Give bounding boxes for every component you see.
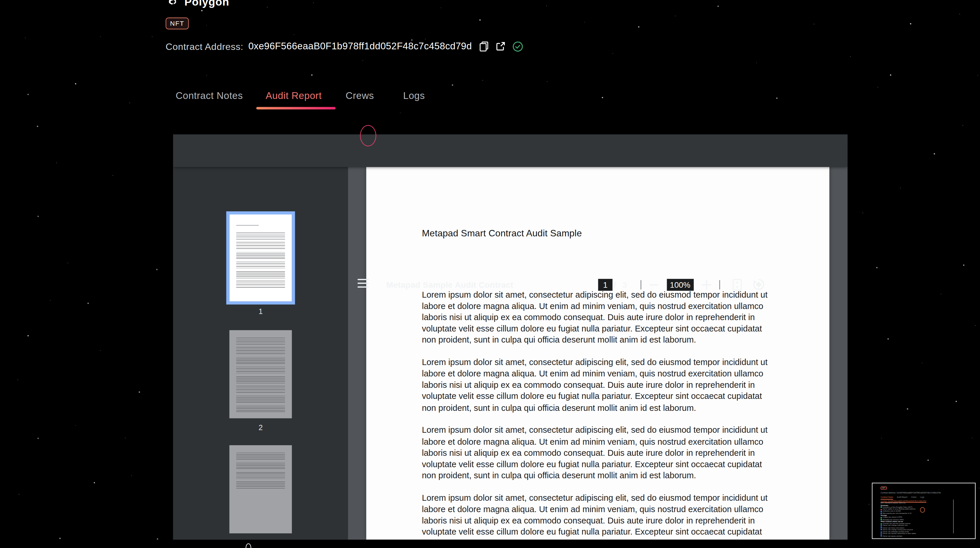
document-page: Metapad Smart Contract Audit Sample Lore…: [366, 167, 829, 540]
star: [718, 6, 718, 6]
minimap-tab: Contract Notes: [881, 496, 893, 499]
paragraph: Lorem ipsum dolor sit amet, consectetur …: [422, 289, 767, 346]
annotation-circle-pink: [360, 124, 376, 146]
contract-address-label: Contract Address:: [165, 41, 243, 51]
zoom-in-icon[interactable]: [702, 280, 711, 289]
thumbnail-page-2[interactable]: [229, 330, 292, 418]
star: [246, 543, 251, 548]
minimap-tab: Logs: [920, 496, 924, 499]
page-number-input[interactable]: 1: [598, 279, 612, 291]
star: [814, 24, 815, 24]
thumbnail-page-3[interactable]: [229, 445, 292, 533]
pdf-toolbar: [173, 134, 848, 167]
minimap-bullet: [881, 529, 882, 530]
minimap-row: Owner can transfer ownership to other wa…: [881, 533, 926, 535]
copy-icon[interactable]: [479, 41, 489, 51]
active-tab-underline: [256, 107, 336, 109]
star: [956, 401, 957, 402]
toolbar-divider: [719, 280, 720, 289]
star: [311, 75, 312, 75]
star: [56, 162, 57, 163]
tab-audit-report[interactable]: Audit Report: [266, 90, 346, 102]
star: [963, 125, 963, 126]
document-body: Lorem ipsum dolor sit amet, consectetur …: [422, 289, 767, 540]
zoom-out-icon[interactable]: [649, 284, 658, 285]
minimap-row: Owner can freely mint tokens: [881, 527, 926, 529]
star: [152, 36, 153, 37]
star: [900, 188, 900, 188]
minimap-row: Owner can change collection size: [881, 525, 926, 527]
external-link-icon[interactable]: [496, 41, 506, 51]
minimap-row: Owner can pause contract: [881, 535, 926, 537]
minimap-tabs: Contract NotesAudit ReportCrewsLogs: [881, 496, 924, 499]
star: [963, 264, 964, 265]
tab-crews[interactable]: Crews: [346, 90, 403, 102]
star: [756, 62, 757, 63]
minimap-bullet: [881, 513, 882, 514]
minimap-bullet: [881, 507, 882, 508]
tab-logs[interactable]: Logs: [403, 90, 441, 102]
contract-address-actions: [479, 41, 523, 51]
star: [129, 102, 130, 103]
minimap-bullet: [881, 531, 882, 532]
contract-address-row: Contract Address: 0xe96F566eaaB0F1b978ff…: [165, 40, 523, 53]
star: [206, 75, 207, 76]
star: [907, 408, 908, 409]
star: [972, 438, 972, 438]
star: [547, 81, 547, 82]
page-total: 3: [622, 280, 627, 289]
star: [934, 153, 934, 154]
tab-bar: Contract Notes Audit Report Crews Logs: [176, 90, 441, 102]
star: [638, 26, 639, 27]
toolbar-divider: [641, 280, 641, 289]
minimap-bullet: [881, 517, 882, 518]
document-area[interactable]: Metapad Smart Contract Audit Sample Lore…: [348, 167, 848, 540]
zoom-level[interactable]: 100%: [667, 279, 693, 291]
thumbnail-label-2: 2: [229, 423, 292, 432]
star: [100, 36, 100, 37]
thumbnail-page-1[interactable]: [229, 214, 292, 301]
paragraph: Lorem ipsum dolor sit amet, consectetur …: [422, 357, 767, 414]
star: [201, 10, 202, 11]
star: [294, 34, 294, 35]
paragraph: Lorem ipsum dolor sit amet, consectetur …: [422, 425, 767, 482]
star: [584, 22, 585, 22]
star: [157, 538, 158, 539]
fit-page-icon[interactable]: [732, 279, 742, 291]
star: [131, 475, 132, 476]
minimap-nft-badge: NFT: [881, 486, 887, 490]
star: [876, 267, 877, 268]
minimap-address-line: Contract Address: 0xe96F566eaaB0F1b978ff…: [881, 491, 940, 494]
minimap-preview[interactable]: NFT Contract Address: 0xe96F566eaaB0F1b9…: [872, 482, 975, 538]
document-title: Metapad Smart Contract Audit Sample: [422, 228, 582, 238]
star: [890, 75, 891, 76]
star: [441, 8, 441, 8]
star: [113, 175, 113, 176]
star: [125, 438, 126, 438]
star: [38, 216, 38, 217]
minimap-row: ERC Standards Applied: ERC721: [881, 502, 926, 504]
star: [19, 494, 19, 495]
star: [602, 97, 603, 98]
star: [25, 38, 25, 38]
verified-check-icon: [512, 41, 523, 51]
star: [27, 94, 28, 94]
thumbnail-sidebar: 1 2 3: [173, 167, 348, 540]
star: [38, 438, 38, 438]
minimap-bullet: [881, 509, 882, 510]
minimap-bullet: [881, 535, 882, 537]
star: [139, 391, 140, 392]
menu-icon[interactable]: [358, 279, 369, 287]
rotate-ccw-icon[interactable]: [752, 278, 765, 290]
minimap-bullet: [881, 511, 882, 512]
page-separator: /: [614, 280, 616, 289]
paragraph: Lorem ipsum dolor sit amet, consectetur …: [422, 492, 767, 540]
tab-contract-notes[interactable]: Contract Notes: [176, 90, 266, 102]
star: [37, 126, 38, 127]
network-row: Polygon: [165, 0, 229, 10]
minimap-tab: Audit Report: [897, 496, 907, 499]
star: [452, 84, 453, 85]
minimap-row: What contract owner can do: [881, 521, 926, 523]
star: [75, 83, 76, 84]
star: [50, 300, 51, 301]
